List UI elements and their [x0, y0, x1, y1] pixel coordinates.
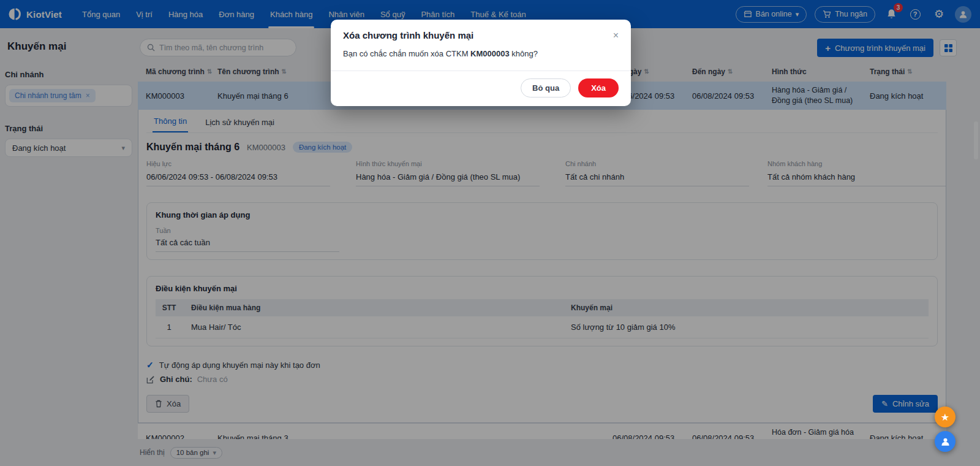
- app-root: KiotViet Tổng quan Vị trí Hàng hóa Đơn h…: [0, 0, 980, 466]
- confirm-delete-button[interactable]: Xóa: [578, 78, 619, 97]
- rewards-button[interactable]: ★: [935, 407, 956, 427]
- close-icon[interactable]: ×: [613, 31, 619, 40]
- cancel-button[interactable]: Bỏ qua: [521, 78, 571, 97]
- support-person-icon: [940, 437, 951, 447]
- modal-footer: Bỏ qua Xóa: [331, 71, 631, 106]
- modal-message-prefix: Bạn có chắc chắn muốn xóa CTKM: [343, 49, 470, 58]
- modal-message-suffix: không?: [510, 49, 538, 58]
- delete-confirmation-modal: Xóa chương trình khuyến mại × Bạn có chắ…: [331, 20, 631, 106]
- modal-message: Bạn có chắc chắn muốn xóa CTKM KM000003 …: [331, 48, 631, 71]
- modal-message-code: KM000003: [470, 49, 510, 58]
- modal-header: Xóa chương trình khuyến mại ×: [331, 20, 631, 48]
- star-icon: ★: [941, 411, 949, 423]
- support-button[interactable]: [935, 431, 956, 452]
- modal-title: Xóa chương trình khuyến mại: [343, 30, 473, 40]
